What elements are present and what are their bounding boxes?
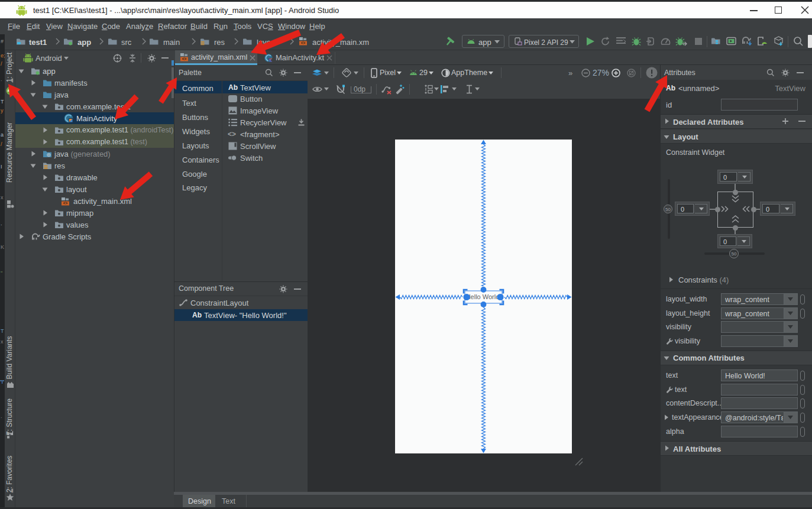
svg-text:Hello World!: Hello World! — [466, 293, 502, 300]
svg-text:<>: <> — [182, 57, 187, 61]
svg-text:<>: <> — [301, 41, 306, 45]
svg-text:<>: <> — [63, 201, 68, 205]
